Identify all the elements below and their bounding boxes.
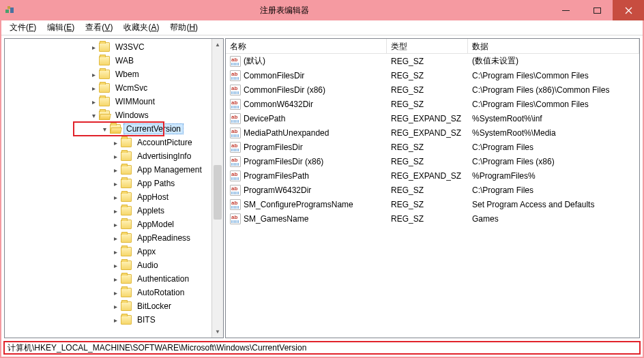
svg-rect-0: [5, 10, 9, 13]
list-item[interactable]: DevicePathREG_EXPAND_SZ%SystemRoot%\inf: [226, 111, 639, 125]
tree-node-wimmount[interactable]: ▸WIMMount: [5, 95, 223, 108]
expand-icon[interactable]: ▸: [111, 316, 119, 324]
expand-icon[interactable]: ▸: [111, 302, 119, 310]
tree-node-audio[interactable]: ▸Audio: [5, 258, 223, 272]
expand-icon[interactable]: ▸: [111, 138, 119, 147]
tree-node-wcmsvc[interactable]: ▸WcmSvc: [5, 81, 223, 95]
tree-node-applets[interactable]: ▸Applets: [5, 204, 223, 218]
tree-node-app-management[interactable]: ▸App Management: [5, 163, 223, 177]
value-type: REG_SZ: [387, 85, 468, 95]
expand-icon[interactable]: ▸: [111, 166, 119, 174]
expand-icon[interactable]: ▸: [89, 98, 98, 106]
tree-node-appreadiness[interactable]: ▸AppReadiness: [5, 231, 223, 245]
expand-icon[interactable]: ▸: [89, 43, 98, 51]
expand-icon[interactable]: ▸: [111, 234, 119, 242]
expand-icon[interactable]: ▸: [89, 57, 98, 65]
minimize-button[interactable]: [550, 0, 581, 20]
list-pane[interactable]: 名称 类型 数据 (默认)REG_SZ(数值未设置)CommonFilesDir…: [225, 38, 640, 338]
status-path: 计算机\HKEY_LOCAL_MACHINE\SOFTWARE\Microsof…: [8, 342, 306, 354]
expand-icon[interactable]: ▸: [111, 193, 119, 201]
list-item[interactable]: CommonFilesDirREG_SZC:\Program Files\Com…: [226, 68, 639, 83]
expand-icon[interactable]: ▾: [100, 125, 108, 133]
menu-帮助[interactable]: 帮助(H): [164, 20, 203, 35]
list-item[interactable]: SM_GamesNameREG_SZGames: [226, 211, 639, 226]
value-data: Set Program Access and Defaults: [468, 200, 639, 209]
tree-scrollbar[interactable]: ▲ ▼: [211, 39, 223, 338]
column-type[interactable]: 类型: [387, 39, 468, 53]
value-name: CommonFilesDir (x86): [244, 85, 325, 95]
value-name: CommonFilesDir: [244, 71, 304, 80]
tree-node-bitlocker[interactable]: ▸BitLocker: [5, 299, 223, 313]
scroll-down-icon[interactable]: ▼: [212, 326, 223, 338]
expand-icon[interactable]: ▸: [111, 207, 119, 215]
tree-node-wbem[interactable]: ▸Wbem: [5, 68, 223, 81]
list-item[interactable]: ProgramFilesDir (x86)REG_SZC:\Program Fi…: [226, 154, 639, 168]
tree-label: App Management: [134, 164, 205, 175]
menu-收藏夹[interactable]: 收藏夹(A): [118, 20, 164, 35]
menu-查看[interactable]: 查看(V): [80, 20, 118, 35]
expand-icon[interactable]: ▾: [89, 111, 98, 119]
list-item[interactable]: CommonW6432DirREG_SZC:\Program Files\Com…: [226, 97, 639, 111]
folder-icon: [99, 42, 110, 52]
tree-label: AppModel: [134, 219, 177, 230]
svg-rect-1: [10, 8, 14, 13]
list-item[interactable]: (默认)REG_SZ(数值未设置): [226, 54, 639, 68]
scroll-up-icon[interactable]: ▲: [212, 39, 223, 50]
tree-node-apphost[interactable]: ▸AppHost: [5, 190, 223, 204]
folder-icon: [121, 260, 132, 270]
expand-icon[interactable]: ▸: [89, 84, 98, 92]
tree-node-advertisinginfo[interactable]: ▸AdvertisingInfo: [5, 149, 223, 163]
menu-文件[interactable]: 文件(F): [4, 20, 42, 35]
tree-node-wab[interactable]: ▸WAB: [5, 54, 223, 68]
column-data[interactable]: 数据: [468, 39, 639, 53]
list-item[interactable]: ProgramFilesDirREG_SZC:\Program Files: [226, 140, 639, 154]
tree-pane[interactable]: ▸W3SVC▸WAB▸Wbem▸WcmSvc▸WIMMount▾Windows▾…: [4, 38, 224, 338]
tree-node-windows[interactable]: ▾Windows: [5, 108, 223, 122]
tree-node-authentication[interactable]: ▸Authentication: [5, 272, 223, 286]
tree-node-accountpicture[interactable]: ▸AccountPicture: [5, 136, 223, 149]
tree-label: Applets: [134, 205, 167, 216]
tree-node-bits[interactable]: ▸BITS: [5, 313, 223, 327]
scroll-thumb[interactable]: [214, 165, 222, 220]
value-type: REG_SZ: [387, 71, 468, 80]
string-value-icon: [230, 213, 241, 224]
string-value-icon: [230, 70, 241, 81]
string-value-icon: [230, 170, 241, 181]
tree-node-app-paths[interactable]: ▸App Paths: [5, 177, 223, 190]
menu-编辑[interactable]: 编辑(E): [42, 20, 80, 35]
tree-label: WAB: [113, 55, 136, 66]
expand-icon[interactable]: ▸: [111, 179, 119, 188]
expand-icon[interactable]: ▸: [111, 288, 119, 297]
expand-icon[interactable]: ▸: [111, 248, 119, 256]
maximize-button[interactable]: [581, 0, 613, 20]
list-item[interactable]: MediaPathUnexpandedREG_EXPAND_SZ%SystemR…: [226, 125, 639, 140]
expand-icon[interactable]: ▸: [89, 70, 98, 78]
tree-node-appmodel[interactable]: ▸AppModel: [5, 218, 223, 231]
value-type: REG_SZ: [387, 57, 468, 66]
expand-icon[interactable]: ▸: [111, 261, 119, 269]
expand-icon[interactable]: ▸: [111, 220, 119, 228]
status-bar: 计算机\HKEY_LOCAL_MACHINE\SOFTWARE\Microsof…: [3, 341, 641, 355]
tree-label: Windows: [113, 110, 151, 121]
folder-icon: [121, 165, 132, 175]
list-item[interactable]: ProgramW6432DirREG_SZC:\Program Files: [226, 183, 639, 197]
regedit-app-icon: [4, 5, 15, 16]
tree-node-appx[interactable]: ▸Appx: [5, 245, 223, 258]
value-data: (数值未设置): [468, 55, 639, 67]
expand-icon[interactable]: ▸: [111, 275, 119, 283]
value-name: SM_GamesName: [244, 214, 308, 224]
svg-rect-3: [562, 10, 570, 11]
tree-node-w3svc[interactable]: ▸W3SVC: [5, 40, 223, 54]
folder-icon: [121, 192, 132, 202]
expand-icon[interactable]: ▸: [111, 152, 119, 160]
list-item[interactable]: CommonFilesDir (x86)REG_SZC:\Program Fil…: [226, 83, 639, 97]
folder-icon: [121, 301, 132, 311]
list-item[interactable]: SM_ConfigureProgramsNameREG_SZSet Progra…: [226, 197, 639, 211]
tree-node-currentversion[interactable]: ▾CurrentVersion: [5, 122, 223, 136]
value-name: (默认): [244, 55, 265, 67]
folder-icon: [99, 110, 110, 120]
close-button[interactable]: [613, 0, 644, 20]
list-item[interactable]: ProgramFilesPathREG_EXPAND_SZ%ProgramFil…: [226, 168, 639, 183]
tree-node-autorotation[interactable]: ▸AutoRotation: [5, 286, 223, 299]
column-name[interactable]: 名称: [226, 39, 387, 53]
